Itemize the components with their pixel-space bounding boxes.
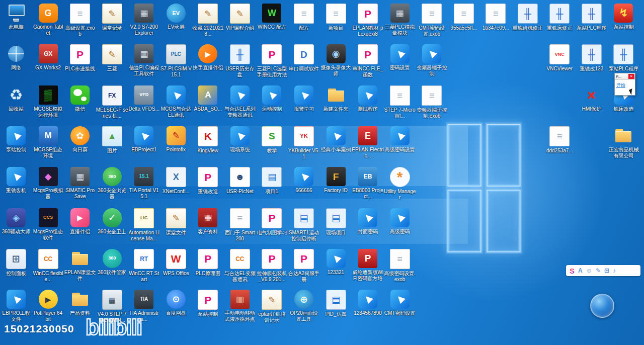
keyboard-icon[interactable]: ⊞ [604,268,609,274]
desktop-icon-arrow[interactable]: ▶重铣齿机 [1,167,32,194]
desktop-icon-pdfP[interactable]: PPLC步进接线 [64,44,96,72]
desktop-icon-doc[interactable]: ≡955a5e5ff... [448,4,479,31]
desktop-icon-eb8000[interactable]: EBEB8000 Project... [352,167,383,200]
desktop-icon-arrow[interactable]: ▶666666 [288,167,319,194]
desktop-icon-mcgspro[interactable]: ◆McgsPro模拟器 [33,167,64,200]
desktop-icon-melsec[interactable]: FXMELSEC-F series 机... [97,85,128,119]
desktop-icon-folder[interactable]: EPLAN课堂文件 [64,249,96,282]
desktop-icon-arrow[interactable]: ▶EBProject1 [128,126,159,153]
desktop-icon-picture[interactable]: ▲图片 [97,126,128,154]
desktop-icon-blueapp[interactable]: ▤PID_仿真 [320,290,352,317]
start-link[interactable]: 开始 [616,82,625,88]
desktop-icon-power[interactable]: ↯泵站控制 [608,4,639,30]
desktop-icon-mcgse[interactable]: MMCGSE组态环境 [33,126,64,159]
desktop-icon-potplayer[interactable]: ▶PotPlayer 64 bit [33,290,64,322]
desktop-icon-pdfP[interactable]: P合达A2伺服手册 [288,249,319,283]
desktop-icon-doc[interactable]: ≡ddd253a7... [544,126,575,154]
desktop-icon-machine[interactable]: ▥手动电动移动式液压循环点 [224,290,256,322]
desktop-icon-arrow[interactable]: ▶EBPRO工程文件 [1,290,32,322]
sogou-logo-icon[interactable]: S [570,267,575,275]
desktop-icon-arrow[interactable]: ▶测试程序 [352,85,383,112]
desktop-icon-doc[interactable]: ≡配方 [288,4,319,31]
desktop-icon-wincc[interactable]: WWINCC 配方 [256,4,287,30]
desktop-icon-arrow[interactable]: ▶高级密码 [384,208,416,235]
desktop-icon-note[interactable]: ✎三菱 [97,44,128,72]
desktop-icon-ladder[interactable]: ╫重铣齿机修正 [512,4,543,31]
desktop-icon-darkapp[interactable]: ▦三菱PLC模拟量模块 [384,4,416,36]
desktop-icon-browser360[interactable]: 360360安全浏览器 [97,167,128,200]
desktop-icon-blueapp[interactable]: ▤现场项目 [320,208,352,236]
desktop-icon-arrow[interactable]: ▶现场系统 [224,126,256,153]
desktop-icon-redgrid[interactable]: ▦客户资料 [192,208,223,235]
desktop-icon-arrow[interactable]: ▶1234567890 [352,290,383,316]
desktop-icon-pdfP[interactable]: P泵站控制 [192,290,223,317]
desktop-icon-pdfP[interactable]: P电气制图学习 [256,208,287,236]
desktop-icon-note[interactable]: ✎课堂记录 [97,4,128,31]
desktop-icon-arrow[interactable]: ▶高级密码设置 [384,126,416,153]
desktop-icon-gx[interactable]: GXGX Works2 [33,44,64,71]
desktop-icon-wpsdoc[interactable]: S教学 [256,126,287,154]
desktop-icon-blueapp[interactable]: ▤SMART1运动控制启停断电... [288,208,319,242]
close-icon[interactable]: ✕ [628,74,634,79]
desktop-icon-zhibo[interactable]: ▶直播伴侣 [64,208,96,235]
desktop-icon-folder[interactable]: 正宏食品机械有限公司 [608,126,639,159]
desktop-icon-ev[interactable]: EVEV录屏 [160,4,192,30]
desktop-icon-vnc[interactable]: VNCVNCViewer [544,44,575,72]
desktop-icon-pdfR[interactable]: P威纶通新版WiFi密码官方培训一... [352,249,383,282]
desktop-icon-doc[interactable]: ≡STEP 7-MicroWI... [384,85,416,119]
desktop-icon-doc[interactable]: ≡高级密码设置.exob [384,249,416,283]
desktop-icon-blueapp[interactable]: ▤项目1 [256,167,287,195]
desktop-icon-darkapp[interactable]: ▦信捷PLC编程工具软件 [128,44,159,77]
ime-toolbar[interactable]: S A ☺ ✎ ⊞ ♪ [566,265,640,276]
desktop-icon-gaomon[interactable]: GGaomon Tablet [33,4,64,36]
desktop-icon-utility[interactable]: *Utility Manager [384,167,416,201]
desktop-icon-doc[interactable]: ≡变频器端子控制.exob [416,85,447,119]
desktop-icon-yk[interactable]: YKYKBuilder V5.1 [288,126,319,160]
desktop-icon-pdfP[interactable]: PEPLAN教材 pLcxuexi8 [352,4,383,37]
desktop-icon-globe[interactable]: ⊕OP20画面设置工具 [288,290,319,322]
desktop-icon-pointofix[interactable]: ✎Pointofix [160,126,192,153]
desktop-icon-baidu[interactable]: ⊙百度网盘 [160,290,192,316]
desktop-icon-license[interactable]: LICAutomation License Ma... [128,208,159,242]
desktop-icon-ladder[interactable]: ╫泵站PLC程序 [576,4,607,31]
desktop-icon-note[interactable]: ✎eplan详细培训记录 [256,290,287,323]
desktop-icon-wps[interactable]: WWPS Office [160,249,192,277]
desktop-icon-wechat[interactable]: 微信 [64,85,96,112]
desktop-icon-darkapp[interactable]: ▦SIMATIC ProSave [64,167,96,200]
desktop-icon-doc[interactable]: ≡CMT密码设置.cxob [416,4,447,37]
desktop[interactable]: 此电脑GGaomon Tablet≡高级设置.exob✎课堂记录▦V2.0 S7… [0,0,644,345]
desktop-icon-pdfP[interactable]: P重铣改造 [192,167,223,195]
desktop-icon-ladder[interactable]: ╫USER历史存盘 [224,44,256,78]
desktop-icon-network[interactable]: 网络 [1,44,32,71]
desktop-icon-note[interactable]: ✎课堂文件 [160,208,192,236]
desktop-icon-arrow[interactable]: ▶报警学习 [288,85,319,112]
desktop-icon-arrow[interactable]: ▶123321 [320,249,352,276]
desktop-icon-arrow[interactable]: ▶MCGS与合达EL通讯 [160,85,192,118]
desktop-icon-kingview[interactable]: KKingView [192,126,223,154]
ime-mode-toggle[interactable]: A [578,268,583,274]
desktop-icon-doc[interactable]: ≡西门子 Smart200 [224,208,256,242]
desktop-icon-folder[interactable]: 新建文件夹 [320,85,352,112]
desktop-icon-factoryio[interactable]: FFactory IO [320,167,352,194]
desktop-icon-controlpanel[interactable]: ⊞控制面板 [1,249,32,277]
desktop-icon-ladder[interactable]: ╫重铣改123 [576,44,607,72]
desktop-icon-arrow[interactable]: ▶密码设置 [384,44,416,71]
desktop-icon-arrow[interactable]: ▶与合达EL系列变频器通讯 [224,85,256,118]
desktop-icon-vinc[interactable]: RTWinCC RT Start [128,249,159,283]
desktop-icon-arrow[interactable]: ▶变频器端子控制 [416,44,447,77]
desktop-icon-ladder[interactable]: ╫泵站PLC程序 [608,44,639,72]
desktop-icon-camera[interactable]: ◉摄像头录像大师 [320,44,352,77]
desktop-icon-matrix[interactable]: ▒MCGSE模拟运行环境 [33,85,64,118]
desktop-icon-arrow[interactable]: ▶CMT密码设置 [384,290,416,316]
desktop-icon-soft360[interactable]: 360360软件管家 [97,249,128,276]
desktop-icon-arrow[interactable]: ▶封面密码 [352,208,383,235]
desktop-icon-folder[interactable]: 产品资料 [64,290,96,316]
desktop-icon-note[interactable]: ✎收藏 20210218... [192,4,223,37]
desktop-icon-duck[interactable]: D串口调试软件 [288,44,319,72]
desktop-icon-recycle[interactable]: ♻回收站 [1,85,32,112]
desktop-icon-pdfP[interactable]: P拉伸膜包装机_V6.9 201... [256,249,287,283]
desktop-icon-safe360[interactable]: ✓360安全卫士 [97,208,128,235]
desktop-icon-ccs[interactable]: CCSMcgsPro组态软件 [33,208,64,241]
desktop-icon-pc[interactable]: 此电脑 [1,4,32,30]
emoji-icon[interactable]: ☺ [586,268,592,274]
